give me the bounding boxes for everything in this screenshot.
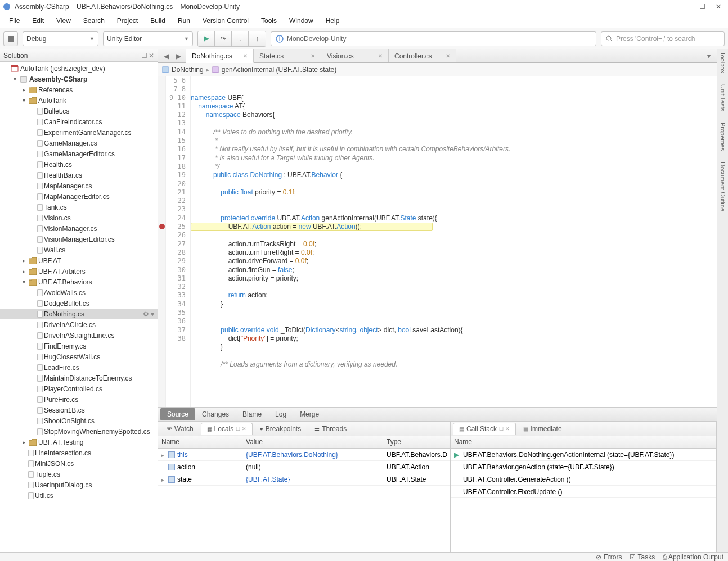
tree-item[interactable]: Wall.cs	[0, 245, 158, 255]
tab-close-icon[interactable]: ✕	[446, 53, 450, 59]
tree-item[interactable]: StopMovingWhenEnemySpotted.cs	[0, 426, 158, 437]
menu-version-control[interactable]: Version Control	[198, 15, 253, 26]
pane-dock-icon[interactable]: ☐	[141, 52, 147, 60]
tab-DoNothing-cs[interactable]: DoNothing.cs✕	[186, 49, 254, 63]
tab-overflow-icon[interactable]: ▾	[703, 51, 714, 61]
menu-project[interactable]: Project	[113, 15, 142, 26]
tree-item[interactable]: GameManagerEditor.cs	[0, 148, 158, 159]
debug-tab-immediate[interactable]: ▤Immediate	[517, 423, 568, 435]
config-combo[interactable]: Debug▼	[23, 31, 98, 46]
locals-row[interactable]: ▸this{UBF.AT.Behaviors.DoNothing}UBF.AT.…	[158, 449, 450, 461]
tree-item[interactable]: HealthBar.cs	[0, 170, 158, 180]
tree-item[interactable]: Session1B.cs	[0, 405, 158, 415]
gear-icon[interactable]: ⚙ ▾	[143, 310, 158, 318]
debug-tab-threads[interactable]: ☰Threads	[308, 423, 353, 435]
step-over-button[interactable]: ↷	[215, 31, 232, 46]
tab-close-icon[interactable]: ✕	[311, 53, 315, 59]
tree-item[interactable]: Bullet.cs	[0, 106, 158, 116]
debug-tab-breakpoints[interactable]: ●Breakpoints	[254, 423, 307, 435]
rail-toolbox[interactable]: Toolbox	[720, 52, 726, 73]
source-tab-source[interactable]: Source	[160, 408, 195, 420]
tree-item[interactable]: Tank.cs	[0, 202, 158, 212]
tree-item[interactable]: Util.cs	[0, 490, 158, 501]
status-tasks[interactable]: ☑ Tasks	[630, 553, 655, 561]
tree-item[interactable]: DoNothing.cs⚙ ▾	[0, 309, 158, 319]
stack-frame[interactable]: UBF.AT.Controller.GenerateAction ()	[451, 473, 716, 486]
source-tab-log[interactable]: Log	[268, 408, 293, 420]
tree-item[interactable]: ▾Assembly-CSharp	[0, 74, 158, 84]
tree-item[interactable]: VisionManager.cs	[0, 223, 158, 234]
stop-button[interactable]	[3, 31, 18, 46]
menu-edit[interactable]: Edit	[28, 15, 48, 26]
status-errors[interactable]: ⊘ Errors	[596, 553, 622, 561]
tree-item[interactable]: ▸UBF.AT.Arbiters	[0, 266, 158, 277]
tree-item[interactable]: LineIntersection.cs	[0, 447, 158, 458]
tree-item[interactable]: ▸UBF.AT	[0, 255, 158, 266]
tree-item[interactable]: Tuple.cs	[0, 469, 158, 479]
tree-item[interactable]: ▾AutoTank	[0, 95, 158, 106]
menu-run[interactable]: Run	[173, 15, 195, 26]
breadcrumb-member[interactable]: genActionInternal (UBF.AT.State state)	[222, 66, 337, 74]
tree-item[interactable]: ▸UBF.AT.Testing	[0, 437, 158, 447]
debug-tab-watch[interactable]: 👁Watch	[160, 423, 200, 435]
maximize-button[interactable]: ☐	[699, 3, 705, 11]
stack-frame[interactable]: UBF.AT.Controller.FixedUpdate ()	[451, 486, 716, 498]
target-combo[interactable]: Unity Editor▼	[103, 31, 193, 46]
tree-item[interactable]: ExperimentGameManager.cs	[0, 127, 158, 138]
menu-file[interactable]: File	[5, 15, 24, 26]
locals-row[interactable]: action(null)UBF.AT.Action	[158, 461, 450, 473]
tree-item[interactable]: MapManager.cs	[0, 180, 158, 191]
menu-search[interactable]: Search	[79, 15, 109, 26]
locals-row[interactable]: ▸state{UBF.AT.State}UBF.AT.State	[158, 473, 450, 486]
debug-tab-locals[interactable]: ▦Locals ☐ ✕	[201, 423, 253, 435]
rail-unit-tests[interactable]: Unit Tests	[720, 84, 726, 111]
source-tab-changes[interactable]: Changes	[195, 408, 236, 420]
menu-tools[interactable]: Tools	[257, 15, 281, 26]
tree-item[interactable]: ▾UBF.AT.Behaviors	[0, 277, 158, 287]
tree-item[interactable]: PureFire.cs	[0, 394, 158, 405]
col-value[interactable]: Value	[242, 436, 383, 448]
tree-item[interactable]: LeadFire.cs	[0, 362, 158, 373]
tree-item[interactable]: PlayerControlled.cs	[0, 383, 158, 394]
tab-Vision-cs[interactable]: Vision.cs✕	[321, 49, 389, 62]
rail-document-outline[interactable]: Document Outline	[720, 162, 726, 211]
source-tab-merge[interactable]: Merge	[293, 408, 326, 420]
tree-item[interactable]: HugClosestWall.cs	[0, 351, 158, 362]
tree-item[interactable]: DodgeBullet.cs	[0, 298, 158, 309]
pane-close-icon[interactable]: ✕	[149, 52, 154, 60]
tree-item[interactable]: AvoidWalls.cs	[0, 287, 158, 298]
tab-close-icon[interactable]: ✕	[378, 53, 383, 59]
tab-Controller-cs[interactable]: Controller.cs✕	[389, 49, 456, 62]
step-out-button[interactable]: ↑	[249, 31, 266, 46]
tree-item[interactable]: FindEnemy.cs	[0, 341, 158, 351]
rail-properties[interactable]: Properties	[720, 123, 726, 151]
step-into-button[interactable]: ↓	[232, 31, 249, 46]
tree-item[interactable]: Vision.cs	[0, 212, 158, 223]
source-tab-blame[interactable]: Blame	[236, 408, 268, 420]
nav-back-icon[interactable]: ◀	[160, 51, 172, 61]
tree-item[interactable]: DriveInACircle.cs	[0, 319, 158, 330]
tree-item[interactable]: Health.cs	[0, 159, 158, 170]
stack-frame[interactable]: UBF.AT.Behavior.genAction (state={UBF.AT…	[451, 461, 716, 473]
close-button[interactable]: ✕	[716, 3, 721, 11]
menu-build[interactable]: Build	[146, 15, 170, 26]
debug-tab-call-stack[interactable]: ▤Call Stack ☐ ✕	[453, 423, 516, 435]
search-field[interactable]: Press 'Control+,' to search	[601, 31, 725, 46]
tree-item[interactable]: GameManager.cs	[0, 138, 158, 148]
code-text[interactable]: namespace UBF{ namespace AT{ namespace B…	[191, 76, 717, 407]
play-button[interactable]	[198, 31, 215, 46]
menu-view[interactable]: View	[52, 15, 75, 26]
breadcrumb[interactable]: DoNothing ▸ genActionInternal (UBF.AT.St…	[158, 63, 717, 76]
minimize-button[interactable]: —	[682, 3, 689, 11]
tree-item[interactable]: MaintainDistanceToEnemy.cs	[0, 373, 158, 383]
breakpoint-gutter[interactable]	[158, 76, 166, 407]
tree-item[interactable]: AutoTank (joshsziegler_dev)	[0, 63, 158, 74]
tree-item[interactable]: MapManagerEditor.cs	[0, 191, 158, 202]
tree-item[interactable]: DriveInAStraightLine.cs	[0, 330, 158, 341]
col-type[interactable]: Type	[383, 436, 450, 448]
tree-item[interactable]: UserInputDialog.cs	[0, 479, 158, 490]
tab-State-cs[interactable]: State.cs✕	[254, 49, 321, 62]
tree-item[interactable]: VisionManagerEditor.cs	[0, 234, 158, 245]
code-area[interactable]: 5 6 7 8 9 10 11 12 13 14 15 16 17 18 19 …	[158, 76, 717, 407]
nav-forward-icon[interactable]: ▶	[173, 51, 184, 61]
